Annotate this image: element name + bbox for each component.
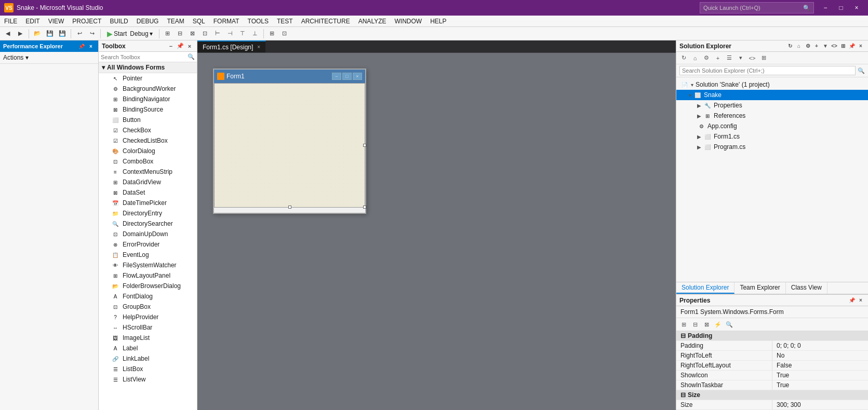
- form-maximize-button[interactable]: □: [342, 73, 352, 80]
- close-button[interactable]: ×: [849, 2, 864, 13]
- menu-project[interactable]: PROJECT: [68, 16, 105, 26]
- toolbox-item-bindingsource[interactable]: ⊠BindingSource: [99, 104, 197, 115]
- menu-format[interactable]: FORMAT: [209, 16, 244, 26]
- toolbox-item-directorysearcher[interactable]: 🔍DirectorySearcher: [99, 218, 197, 229]
- toolbox-item-hscrollbar[interactable]: ↔HScrollBar: [99, 322, 197, 333]
- toolbox-group-all-windows-forms[interactable]: ▾ All Windows Forms: [99, 62, 197, 73]
- toolbox-item-linklabel[interactable]: 🔗LinkLabel: [99, 353, 197, 364]
- menu-test[interactable]: TEST: [273, 16, 297, 26]
- toolbox-item-dataset[interactable]: ⊠DataSet: [99, 187, 197, 198]
- props-close-button[interactable]: ×: [857, 296, 865, 305]
- toolbox-item-label[interactable]: ALabel: [99, 343, 197, 353]
- toolbox-search-input[interactable]: [101, 54, 188, 60]
- resize-handle-bottom-right[interactable]: [363, 206, 366, 209]
- tab-close-icon[interactable]: ×: [257, 44, 260, 50]
- menu-file[interactable]: FILE: [0, 16, 21, 26]
- tb-grid-btn[interactable]: ⊞: [266, 28, 278, 39]
- sol-settings-button[interactable]: ⚙: [804, 42, 812, 50]
- resize-handle-bottom-center[interactable]: [288, 206, 291, 209]
- toolbox-item-domainupdown[interactable]: ⊡DomainUpDown: [99, 229, 197, 239]
- toolbox-pin2-button[interactable]: 📌: [176, 42, 184, 50]
- toolbox-item-checkedlistbox[interactable]: ☑CheckedListBox: [99, 135, 197, 146]
- toolbox-item-pointer[interactable]: ↖Pointer: [99, 73, 197, 84]
- toolbox-item-groupbox[interactable]: ⊡GroupBox: [99, 302, 197, 312]
- props-events-button[interactable]: ⚡: [713, 319, 723, 330]
- sol-tb-btn7[interactable]: <>: [747, 53, 757, 63]
- toolbox-item-listview[interactable]: ☰ListView: [99, 374, 197, 385]
- tb-align5-btn[interactable]: ⊢: [212, 28, 223, 39]
- sol-search-icon[interactable]: 🔍: [858, 67, 865, 74]
- sol-tb-btn3[interactable]: ⚙: [701, 53, 712, 63]
- tb-back-btn[interactable]: ◀: [2, 28, 14, 39]
- sol-refresh-button[interactable]: ↻: [786, 42, 794, 50]
- sol-item-programcs[interactable]: ▶ ⬜ Program.cs: [676, 142, 868, 152]
- menu-team[interactable]: TEAM: [163, 16, 188, 26]
- solution-search-input[interactable]: [679, 66, 856, 75]
- form-body[interactable]: [214, 83, 365, 208]
- toolbox-search-icon[interactable]: 🔍: [188, 53, 195, 60]
- toolbox-item-button[interactable]: ⬜Button: [99, 115, 197, 125]
- tb-saveall-btn[interactable]: 💾: [57, 28, 68, 39]
- run-button[interactable]: ▶ Start Debug ▾: [103, 28, 156, 39]
- menu-help[interactable]: HELP: [426, 16, 450, 26]
- menu-tools[interactable]: TOOLS: [244, 16, 273, 26]
- actions-dropdown-button[interactable]: Actions ▾: [3, 54, 95, 61]
- toolbox-item-combobox[interactable]: ⊡ComboBox: [99, 156, 197, 167]
- resize-handle-right-center[interactable]: [363, 144, 366, 147]
- tab-solution-explorer[interactable]: Solution Explorer: [676, 282, 735, 294]
- tb-undo-btn[interactable]: ↩: [74, 28, 85, 39]
- minimize-button[interactable]: −: [818, 2, 833, 13]
- tb-align-btn[interactable]: ⊞: [162, 28, 173, 39]
- sol-close-button[interactable]: ×: [857, 42, 865, 50]
- menu-architecture[interactable]: ARCHITECTURE: [297, 16, 354, 26]
- toolbox-item-errorprovider[interactable]: ⊗ErrorProvider: [99, 239, 197, 250]
- sol-new-button[interactable]: +: [812, 42, 821, 50]
- tb-open-btn[interactable]: 📂: [32, 28, 43, 39]
- toolbox-item-contextmenustrip[interactable]: ≡ContextMenuStrip: [99, 167, 197, 177]
- sol-item-references[interactable]: ▶ ⊞ References: [676, 111, 868, 121]
- tb-align7-btn[interactable]: ⊤: [237, 28, 248, 39]
- tb-align2-btn[interactable]: ⊟: [175, 28, 186, 39]
- tb-align6-btn[interactable]: ⊣: [224, 28, 236, 39]
- sol-item-form1cs[interactable]: ▶ ⬜ Form1.cs: [676, 131, 868, 142]
- toolbox-item-listbox[interactable]: ☰ListBox: [99, 364, 197, 374]
- sol-home-button[interactable]: ⌂: [795, 42, 803, 50]
- props-pin-button[interactable]: 📌: [848, 296, 856, 305]
- toolbox-item-backgroundworker[interactable]: ⚙BackgroundWorker: [99, 84, 197, 94]
- tb-align3-btn[interactable]: ⊠: [187, 28, 198, 39]
- toolbox-item-fontdialog[interactable]: AFontDialog: [99, 291, 197, 302]
- sol-item-appconfig[interactable]: ⚙ App.config: [676, 121, 868, 131]
- tab-class-view[interactable]: Class View: [786, 282, 827, 294]
- props-alpha-button[interactable]: ⊟: [690, 319, 700, 330]
- toolbox-item-eventlog[interactable]: 📋EventLog: [99, 250, 197, 260]
- menu-analyze[interactable]: ANALYZE: [354, 16, 391, 26]
- menu-build[interactable]: BUILD: [105, 16, 132, 26]
- menu-view[interactable]: VIEW: [44, 16, 69, 26]
- sol-tb-btn5[interactable]: ☰: [724, 53, 735, 63]
- sol-code-button[interactable]: <>: [830, 42, 838, 50]
- sol-filter-button[interactable]: ▼: [821, 42, 830, 50]
- form-minimize-button[interactable]: −: [332, 73, 341, 80]
- menu-window[interactable]: WINDOW: [391, 16, 426, 26]
- sol-tb-btn6[interactable]: ▾: [736, 53, 746, 63]
- toolbox-item-imagelist[interactable]: 🖼ImageList: [99, 333, 197, 343]
- tb-save-btn[interactable]: 💾: [44, 28, 56, 39]
- tab-team-explorer[interactable]: Team Explorer: [735, 282, 785, 294]
- toolbox-item-datetimepicker[interactable]: 📅DateTimePicker: [99, 198, 197, 208]
- sol-tb-btn1[interactable]: ↻: [678, 53, 689, 63]
- toolbox-item-folderbrowserdialog[interactable]: 📂FolderBrowserDialog: [99, 281, 197, 291]
- sol-item-properties[interactable]: ▶ 🔧 Properties: [676, 100, 868, 111]
- sol-tb-btn8[interactable]: ⊞: [758, 53, 769, 63]
- props-props-button[interactable]: ⊠: [701, 319, 712, 330]
- tb-align8-btn[interactable]: ⊥: [249, 28, 261, 39]
- tb-align4-btn[interactable]: ⊡: [199, 28, 211, 39]
- toolbox-item-filesystemwatcher[interactable]: 👁FileSystemWatcher: [99, 260, 197, 270]
- form-designer[interactable]: Form1 − □ ×: [197, 53, 676, 410]
- toolbox-item-colordialog[interactable]: 🎨ColorDialog: [99, 146, 197, 156]
- toolbox-item-checkbox[interactable]: ☑CheckBox: [99, 125, 197, 135]
- perf-pin-button[interactable]: 📌: [77, 42, 86, 50]
- sol-item-snake-project[interactable]: ▾ ⬜ Snake: [676, 90, 868, 100]
- sol-props-button[interactable]: ⊞: [839, 42, 847, 50]
- menu-edit[interactable]: EDIT: [21, 16, 44, 26]
- sol-item-solution[interactable]: 📄 ▾ Solution 'Snake' (1 project): [676, 79, 868, 90]
